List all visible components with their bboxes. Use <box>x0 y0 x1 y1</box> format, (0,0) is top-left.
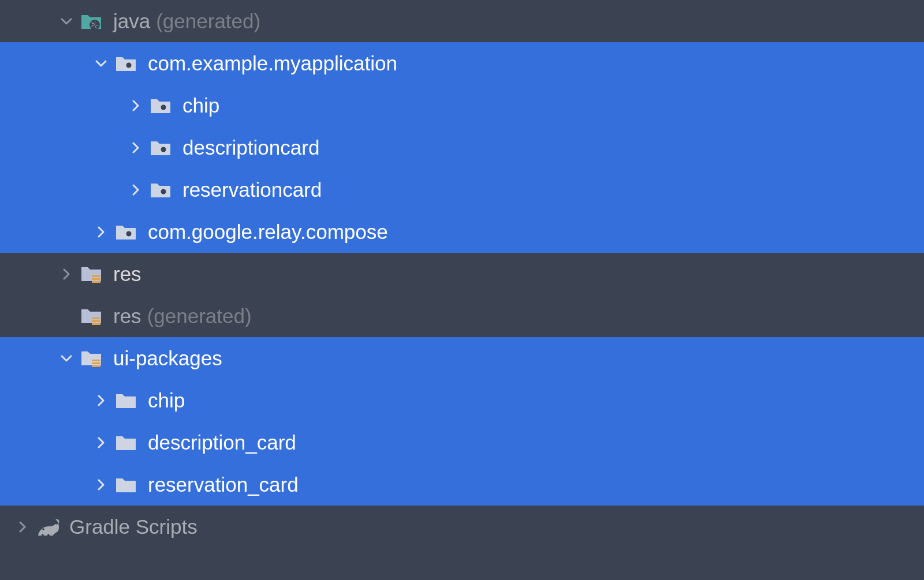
resource-folder-icon <box>79 306 105 327</box>
folder-generated-icon <box>79 12 105 31</box>
chevron-right-icon[interactable] <box>89 479 113 491</box>
tree-item-package-app[interactable]: com.example.myapplication <box>0 42 924 84</box>
chevron-right-icon[interactable] <box>89 395 113 406</box>
tree-item-label: java <box>113 10 150 33</box>
chevron-right-icon[interactable] <box>89 226 113 238</box>
tree-item-label: reservation_card <box>148 473 299 496</box>
chevron-right-icon[interactable] <box>89 437 113 448</box>
chevron-down-icon[interactable] <box>54 16 79 27</box>
chevron-down-icon[interactable] <box>54 353 79 364</box>
chevron-right-icon[interactable] <box>10 521 35 533</box>
tree-item-java-generated[interactable]: java (generated) <box>0 0 924 42</box>
folder-icon <box>113 475 140 495</box>
tree-item-ui-description-card[interactable]: description_card <box>0 421 924 463</box>
chevron-right-icon[interactable] <box>54 268 79 280</box>
tree-item-label: chip <box>148 389 185 412</box>
tree-item-label: res <box>113 263 141 286</box>
tree-item-label: com.google.relay.compose <box>148 220 388 244</box>
package-folder-icon <box>113 54 140 73</box>
resource-folder-icon <box>79 264 105 285</box>
tree-item-label: com.example.myapplication <box>148 52 397 75</box>
tree-item-package-relay[interactable]: com.google.relay.compose <box>0 211 924 253</box>
chevron-right-icon[interactable] <box>124 142 148 154</box>
tree-item-label: ui-packages <box>113 347 222 370</box>
project-tree: java (generated) com.example.myapplicati… <box>0 0 924 548</box>
tree-item-annotation: (generated) <box>147 305 252 328</box>
package-folder-icon <box>148 180 174 200</box>
package-folder-icon <box>148 96 174 115</box>
chevron-right-icon[interactable] <box>124 100 148 111</box>
tree-item-res-generated[interactable]: res (generated) <box>0 295 924 337</box>
tree-item-label: chip <box>182 94 219 117</box>
resource-folder-icon <box>79 348 105 369</box>
folder-icon <box>113 433 140 452</box>
tree-item-res[interactable]: res <box>0 253 924 295</box>
folder-icon <box>113 391 140 410</box>
chevron-down-icon[interactable] <box>89 58 113 69</box>
gradle-icon <box>35 517 61 537</box>
tree-item-ui-reservation-card[interactable]: reservation_card <box>0 463 924 506</box>
chevron-right-icon[interactable] <box>124 184 148 196</box>
tree-item-ui-chip[interactable]: chip <box>0 379 924 421</box>
tree-item-label: description_card <box>148 431 296 454</box>
tree-item-package-descriptioncard[interactable]: descriptioncard <box>0 126 924 169</box>
package-folder-icon <box>148 138 174 158</box>
tree-item-label: reservationcard <box>182 178 322 201</box>
tree-item-gradle-scripts[interactable]: Gradle Scripts <box>0 506 924 548</box>
tree-item-label: Gradle Scripts <box>69 515 198 538</box>
tree-item-label: res <box>113 305 141 328</box>
tree-item-package-chip[interactable]: chip <box>0 84 924 126</box>
tree-item-package-reservationcard[interactable]: reservationcard <box>0 169 924 211</box>
tree-item-label: descriptioncard <box>182 136 319 159</box>
tree-item-ui-packages[interactable]: ui-packages <box>0 337 924 379</box>
tree-item-annotation: (generated) <box>156 10 260 33</box>
package-folder-icon <box>113 222 140 242</box>
